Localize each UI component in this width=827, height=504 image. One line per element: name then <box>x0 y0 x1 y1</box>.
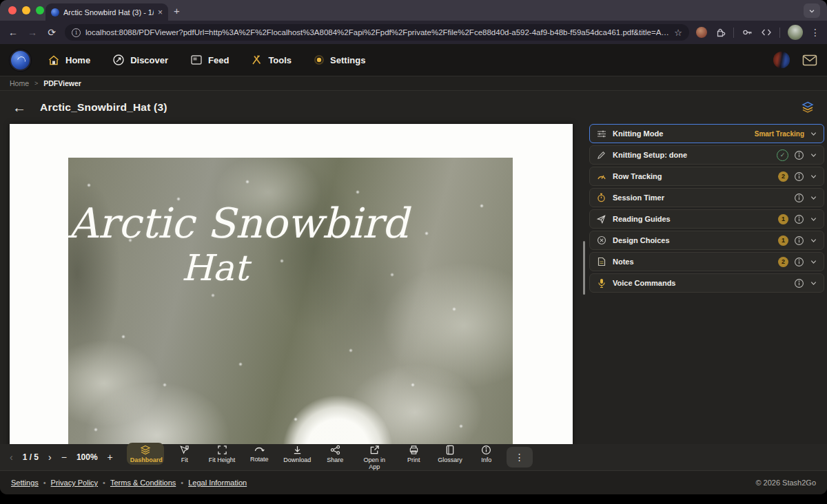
app-logo[interactable] <box>10 50 31 71</box>
panel-label: Knitting Setup: done <box>613 151 687 159</box>
toolbar-more-button[interactable]: ⋮ <box>507 447 533 468</box>
tab-close-icon[interactable]: × <box>158 8 163 17</box>
tools-sidebar: Knitting Mode Smart Tracking Knitting Se… <box>589 124 827 293</box>
panel-notes[interactable]: Notes 2 <box>589 252 824 271</box>
fit-cursor-icon <box>179 445 190 455</box>
new-tab-button[interactable]: + <box>174 3 180 19</box>
document-title: Arctic_Snowbird_Hat (3) <box>40 101 167 114</box>
code-icon[interactable] <box>761 28 772 37</box>
open-external-icon <box>369 445 380 455</box>
chevron-down-icon[interactable] <box>810 258 817 266</box>
footer-separator: • <box>43 479 46 487</box>
note-icon <box>598 257 606 266</box>
breadcrumb-home[interactable]: Home <box>10 79 29 87</box>
settings-icon <box>314 54 325 65</box>
microphone-icon <box>598 278 606 288</box>
info-icon[interactable] <box>794 235 804 246</box>
vertical-scrollbar[interactable] <box>583 241 585 295</box>
browser-menu-icon[interactable]: ⋮ <box>810 27 820 38</box>
document-title-row: ← Arctic_Snowbird_Hat (3) <box>0 91 827 124</box>
pdf-cover-title: Arctic Snowbird Hat <box>68 200 362 288</box>
panel-session-timer[interactable]: Session Timer <box>589 188 824 207</box>
toolbar-button-open-in-app[interactable]: Open in App <box>356 443 393 472</box>
chevron-down-icon[interactable] <box>810 194 817 202</box>
extension-badge-icon[interactable] <box>696 27 707 38</box>
chevron-down-icon[interactable] <box>810 216 817 223</box>
toolbar-button-label: Share <box>327 456 343 463</box>
home-icon <box>48 54 60 66</box>
panel-knitting-setup[interactable]: Knitting Setup: done ✓ <box>589 145 824 165</box>
browser-back-button[interactable]: ← <box>7 27 19 38</box>
prev-page-button[interactable]: ‹ <box>10 452 13 463</box>
site-info-icon[interactable]: i <box>72 28 81 37</box>
panel-label: Voice Commands <box>613 279 676 287</box>
tools-icon <box>251 54 263 66</box>
breadcrumb: Home > PDFViewer <box>0 76 827 91</box>
chevron-down-icon[interactable] <box>810 237 817 244</box>
breadcrumb-current: PDFViewer <box>43 79 81 87</box>
copyright-text: © 2026 Stash2Go <box>755 479 816 487</box>
toolbar-button-label: Fit Height <box>209 456 236 463</box>
mail-icon[interactable] <box>802 54 817 66</box>
nav-item-discover[interactable]: Discover <box>112 54 168 66</box>
footer-link-settings[interactable]: Settings <box>11 479 39 487</box>
info-icon[interactable] <box>794 214 804 224</box>
zoom-window-button[interactable] <box>36 6 44 14</box>
browser-action-icons: ⋮ <box>696 25 820 40</box>
zoom-out-button[interactable]: − <box>61 452 67 463</box>
footer-link-legal[interactable]: Legal Information <box>188 479 247 487</box>
info-icon[interactable] <box>794 150 804 160</box>
panel-reading-guides[interactable]: Reading Guides 1 <box>589 209 824 229</box>
browser-reload-button[interactable]: ⟳ <box>45 27 58 38</box>
minimize-window-button[interactable] <box>22 6 30 14</box>
chevron-down-icon <box>808 8 815 14</box>
panel-design-choices[interactable]: Design Choices 1 <box>589 231 824 250</box>
nav-item-feed[interactable]: Feed <box>190 54 229 65</box>
footer-link-privacy-policy[interactable]: Privacy Policy <box>51 479 98 487</box>
panel-row-tracking[interactable]: Row Tracking 2 <box>589 167 824 186</box>
next-page-button[interactable]: › <box>48 452 52 463</box>
layers-panel-toggle-icon[interactable] <box>801 101 815 114</box>
pdf-page[interactable]: Arctic Snowbird Hat <box>10 124 573 444</box>
nav-item-home[interactable]: Home <box>48 54 90 66</box>
zoom-level: 100% <box>76 452 98 462</box>
browser-tab[interactable]: Arctic Snowbird Hat (3) - 1/5 × <box>45 3 168 21</box>
close-window-button[interactable] <box>8 6 17 14</box>
tab-list-button[interactable] <box>804 3 820 18</box>
panel-voice-commands[interactable]: Voice Commands <box>589 273 824 293</box>
toolbar-button-share[interactable]: Share <box>320 443 349 465</box>
toolbar-button-glossary[interactable]: Glossary <box>434 443 466 465</box>
gauge-icon <box>597 172 606 180</box>
back-arrow-button[interactable]: ← <box>12 100 26 116</box>
nav-item-tools[interactable]: Tools <box>251 54 292 66</box>
password-manager-key-icon[interactable] <box>742 27 753 38</box>
panel-label: Reading Guides <box>613 215 671 223</box>
info-icon[interactable] <box>794 278 804 288</box>
chevron-down-icon[interactable] <box>810 151 817 159</box>
address-bar[interactable]: i localhost:8088/PDFViewer?pdfUrl=http%3… <box>65 24 689 41</box>
toolbar-button-download[interactable]: Download <box>280 443 314 465</box>
bookmark-star-icon[interactable]: ☆ <box>674 28 682 38</box>
toolbar-button-print[interactable]: Print <box>399 443 428 465</box>
info-icon[interactable] <box>794 171 804 182</box>
user-avatar[interactable] <box>773 52 790 68</box>
chevron-down-icon[interactable] <box>810 173 817 180</box>
info-icon[interactable] <box>794 193 804 203</box>
browser-forward-button[interactable]: → <box>26 27 39 38</box>
done-check-icon: ✓ <box>777 149 788 161</box>
chevron-down-icon[interactable] <box>810 130 817 138</box>
toolbar-button-info[interactable]: Info <box>472 443 501 465</box>
browser-profile-avatar[interactable] <box>788 25 803 40</box>
toolbar-button-fit-height[interactable]: Fit Height <box>205 443 239 465</box>
url-text[interactable]: localhost:8088/PDFViewer?pdfUrl=http%3A%… <box>85 28 669 36</box>
zoom-in-button[interactable]: + <box>108 452 113 463</box>
footer-link-terms[interactable]: Terms & Conditions <box>110 479 176 487</box>
toolbar-button-dashboard[interactable]: Dashboard <box>127 443 164 465</box>
chevron-down-icon[interactable] <box>810 280 817 287</box>
toolbar-button-fit[interactable]: Fit <box>170 443 199 465</box>
panel-knitting-mode[interactable]: Knitting Mode Smart Tracking <box>589 124 824 143</box>
nav-item-settings[interactable]: Settings <box>314 54 365 65</box>
extensions-puzzle-icon[interactable] <box>715 27 726 38</box>
toolbar-button-rotate[interactable]: Rotate <box>245 443 274 464</box>
info-icon[interactable] <box>794 257 804 267</box>
